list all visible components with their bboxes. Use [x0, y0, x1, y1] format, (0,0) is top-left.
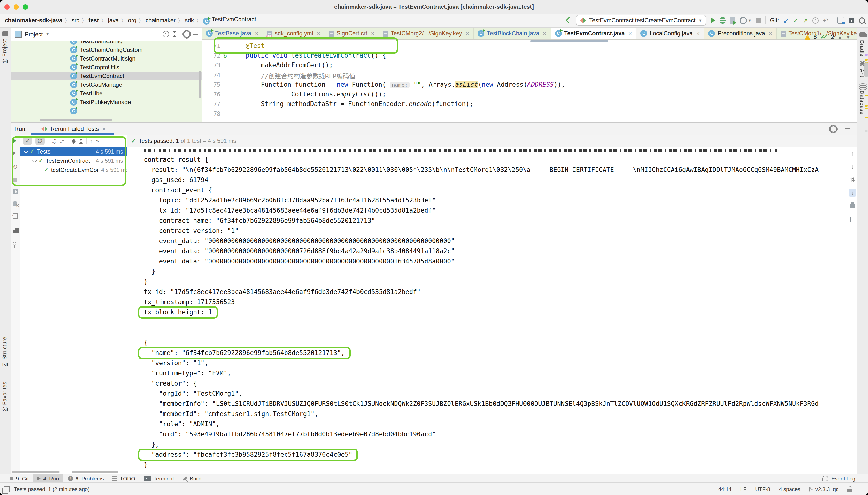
- pin-tab-icon[interactable]: [13, 242, 16, 245]
- scroll-down-icon[interactable]: ↓: [849, 163, 856, 170]
- unlock-icon[interactable]: [847, 489, 852, 492]
- close-icon[interactable]: ✕: [465, 31, 470, 36]
- editor-tab[interactable]: CPreconditions.java✕: [704, 28, 777, 39]
- stop-button[interactable]: [13, 178, 17, 182]
- collapse-all-icon[interactable]: [172, 31, 177, 37]
- close-icon[interactable]: ✕: [317, 31, 321, 36]
- debug-button[interactable]: [720, 17, 726, 24]
- close-icon[interactable]: ✕: [102, 126, 106, 132]
- sidebar-item-database[interactable]: Database: [859, 90, 865, 115]
- tool-window-switcher-icon[interactable]: [4, 486, 10, 492]
- toolwindow-button-build[interactable]: Build: [178, 474, 206, 483]
- console-hscrollbar-thumb[interactable]: [72, 471, 118, 473]
- project-tree-item[interactable]: C: [11, 106, 202, 115]
- indent-setting[interactable]: 4 spaces: [779, 486, 800, 492]
- test-tree-row[interactable]: ✓TestEvmContract4 s 591 ms: [20, 156, 127, 165]
- profiler-button[interactable]: ▼: [739, 17, 752, 24]
- scroll-to-end-icon[interactable]: ↕: [849, 189, 856, 197]
- back-arrow-icon[interactable]: [566, 17, 573, 24]
- print-icon[interactable]: [849, 202, 856, 210]
- editor-tab[interactable]: CTestEvmContract.java✕: [551, 28, 636, 39]
- clear-console-icon[interactable]: [849, 215, 856, 223]
- stop-button[interactable]: [756, 18, 761, 23]
- breadcrumb-item[interactable]: java: [108, 17, 119, 24]
- no-bug-icon[interactable]: [13, 201, 17, 206]
- sidebar-item-gradle[interactable]: Gradle: [859, 40, 865, 57]
- sort-alphabetically-icon[interactable]: ↓az: [52, 138, 56, 144]
- sidebar-item-favorites[interactable]: 2: Favorites: [1, 382, 7, 411]
- sidebar-item-project[interactable]: 1: Project: [1, 39, 7, 63]
- close-window-icon[interactable]: [4, 4, 10, 10]
- breadcrumb-item[interactable]: src: [72, 17, 80, 24]
- code-area[interactable]: 7071 @Test72↻ public void testCreateEvmC…: [202, 39, 857, 122]
- gear-icon[interactable]: [183, 31, 190, 38]
- hide-panel-icon[interactable]: [193, 34, 198, 35]
- scroll-up-icon[interactable]: ↑: [849, 150, 856, 157]
- locate-file-icon[interactable]: [163, 31, 169, 37]
- project-tree-item[interactable]: CTestCroptoUtils: [11, 63, 202, 72]
- code-line[interactable]: 76 Collections.emptyList());: [202, 90, 857, 100]
- project-tree-item[interactable]: CTestContractMultisign: [11, 54, 202, 63]
- run-configuration-select[interactable]: TestEvmContract.testCreateEvmContract ▼: [576, 15, 706, 26]
- next-problem-icon[interactable]: ▼: [846, 34, 851, 39]
- swap-order-icon[interactable]: ⇅: [849, 176, 856, 184]
- file-encoding[interactable]: UTF-8: [755, 486, 770, 492]
- previous-failed-icon[interactable]: ↑: [90, 138, 92, 144]
- run-button[interactable]: [711, 17, 715, 23]
- git-branch-widget[interactable]: v2.3.3_qc: [809, 486, 838, 492]
- toolwindow-button-git[interactable]: 9: Git: [6, 474, 33, 483]
- error-stripe-mark[interactable]: [865, 105, 868, 106]
- caret-position[interactable]: 44:14: [718, 486, 731, 492]
- show-ignored-toggle[interactable]: ∅: [35, 137, 44, 145]
- code-line[interactable]: 75 Function function = new Function( nam…: [202, 80, 857, 90]
- breadcrumb-item[interactable]: chainmaker: [146, 17, 175, 24]
- show-passed-toggle[interactable]: ✓: [23, 137, 32, 145]
- editor-tab[interactable]: CTestBlockChain.java✕: [474, 28, 551, 39]
- hide-panel-icon[interactable]: [845, 129, 850, 129]
- sort-by-duration-icon[interactable]: ↓≡: [59, 138, 64, 144]
- rerun-button[interactable]: [13, 138, 16, 143]
- editor-tab[interactable]: sdk_config.yml✕: [263, 28, 325, 39]
- breadcrumb-item[interactable]: CTestEvmContract: [203, 16, 256, 25]
- breadcrumb-item[interactable]: sdk: [185, 17, 194, 24]
- project-tree-item[interactable]: CTestEvmContract: [11, 72, 202, 80]
- database-icon[interactable]: [859, 83, 867, 86]
- test-tree-row[interactable]: ✓testCreateEvmCor4 s 591 ms: [20, 165, 127, 174]
- error-stripe-mark[interactable]: [865, 54, 868, 56]
- close-icon[interactable]: ✕: [371, 31, 375, 36]
- code-line[interactable]: 78: [202, 109, 857, 119]
- git-commit-icon[interactable]: ✓: [793, 17, 799, 23]
- snapshot-icon[interactable]: [13, 189, 18, 194]
- expand-all-icon[interactable]: [71, 138, 75, 143]
- console-output[interactable]: contract_result { result: "\n(6f34fcb7b6…: [127, 147, 848, 471]
- breadcrumb-item[interactable]: org: [128, 17, 136, 24]
- toolwindow-button-run[interactable]: 4: Run: [33, 474, 64, 483]
- breadcrumb-item[interactable]: test: [89, 17, 99, 24]
- code-line[interactable]: 72↻ public void testCreateEvmContract() …: [202, 51, 857, 61]
- toolwindow-button-problems[interactable]: !6: Problems: [63, 474, 108, 483]
- rerun-failed-tests-button[interactable]: [13, 151, 16, 155]
- maximize-window-icon[interactable]: [23, 4, 28, 10]
- toolwindow-button-terminal[interactable]: >_Terminal: [139, 474, 178, 483]
- git-push-icon[interactable]: ↗: [803, 17, 808, 23]
- chevron-down-icon[interactable]: [32, 157, 37, 162]
- code-line[interactable]: 71 @Test: [202, 42, 857, 51]
- gradle-icon[interactable]: [859, 32, 866, 37]
- prev-problem-icon[interactable]: ▲: [837, 34, 842, 39]
- code-line[interactable]: 77 String methodDataStr = FunctionEncode…: [202, 100, 857, 109]
- editor-scrollbar-thumb[interactable]: [864, 63, 868, 77]
- test-tree-row[interactable]: ✓Tests4 s 591 ms: [20, 147, 127, 156]
- rollback-icon[interactable]: ↶: [823, 17, 828, 23]
- error-stripe-mark[interactable]: [865, 95, 868, 97]
- toggle-auto-test-button[interactable]: ↻: [13, 163, 18, 170]
- editor-tab[interactable]: CLocalConfig.java✕: [636, 28, 704, 39]
- project-tree-item[interactable]: CTestChainConfigCustom: [11, 46, 202, 54]
- run-anything-icon[interactable]: [849, 18, 854, 23]
- chevron-down-icon[interactable]: [23, 148, 28, 153]
- close-icon[interactable]: ✕: [768, 31, 772, 36]
- sidebar-item-structure[interactable]: Z: Structure: [1, 337, 7, 366]
- project-tree-item[interactable]: CTestHibe: [11, 89, 202, 98]
- git-update-icon[interactable]: ↙: [783, 17, 789, 23]
- tree-hscrollbar-thumb[interactable]: [12, 471, 59, 473]
- collapse-all-icon[interactable]: [79, 138, 83, 143]
